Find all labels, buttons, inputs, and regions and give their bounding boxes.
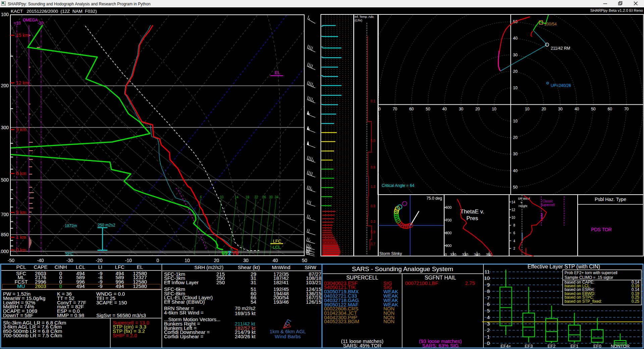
svg-text:1000: 1000 xyxy=(0,249,9,254)
svg-text:10: 10 xyxy=(513,86,518,90)
svg-text:12 km: 12 km xyxy=(16,80,29,86)
svg-text:Eff Inflow Layer: Eff Inflow Layer xyxy=(164,280,199,285)
svg-text:LCL: LCL xyxy=(273,245,281,250)
svg-text:40: 40 xyxy=(513,36,518,41)
svg-text:100: 100 xyxy=(1,12,9,17)
svg-text:SARS: 45% TOR: SARS: 45% TOR xyxy=(343,343,382,348)
svg-text:31: 31 xyxy=(251,280,256,285)
svg-text:10: 10 xyxy=(525,107,530,111)
svg-text:-10: -10 xyxy=(125,258,132,263)
svg-text:Shear (kt): Shear (kt) xyxy=(238,264,260,270)
svg-text:0.9: 0.9 xyxy=(371,165,375,169)
svg-text:12: 12 xyxy=(512,208,516,212)
svg-text:60: 60 xyxy=(608,107,612,111)
svg-text:1 km: 1 km xyxy=(16,235,26,240)
svg-text:-10: -10 xyxy=(38,21,44,26)
svg-text:200: 200 xyxy=(1,83,9,88)
svg-text:0.9: 0.9 xyxy=(371,204,375,208)
svg-text:-30: -30 xyxy=(66,258,73,263)
svg-text:18: 18 xyxy=(246,195,250,199)
svg-text:10: 10 xyxy=(512,216,516,219)
svg-text:20: 20 xyxy=(475,107,480,111)
svg-text:2: 2 xyxy=(228,250,231,256)
svg-text:OMEGA: OMEGA xyxy=(23,18,38,22)
svg-text:11: 11 xyxy=(484,269,490,275)
svg-text:14: 14 xyxy=(512,200,516,204)
svg-text:50: 50 xyxy=(426,107,430,111)
svg-text:5.9: 5.9 xyxy=(371,230,375,234)
svg-text:SigSvr = 56580 m3/s3: SigSvr = 56580 m3/s3 xyxy=(96,312,146,318)
svg-text:SRH (m2/s2): SRH (m2/s2) xyxy=(194,264,223,270)
svg-text:LFC: LFC xyxy=(273,239,281,244)
svg-text:250: 250 xyxy=(216,280,225,285)
svg-text:30: 30 xyxy=(513,152,518,156)
svg-text:80: 80 xyxy=(376,107,381,111)
svg-text:SGFNT HAIL: SGFNT HAIL xyxy=(425,275,456,281)
svg-text:40: 40 xyxy=(575,107,579,111)
svg-text:8: 8 xyxy=(487,288,490,294)
svg-text:69: 69 xyxy=(222,250,228,256)
svg-text:0: 0 xyxy=(487,340,490,346)
svg-text:70: 70 xyxy=(393,107,397,111)
svg-text:00072100.LBF: 00072100.LBF xyxy=(405,280,438,286)
svg-text:1: 1 xyxy=(487,334,490,340)
svg-text:PCL: PCL xyxy=(16,264,26,270)
svg-text:60: 60 xyxy=(409,107,414,111)
svg-text:240/26 kt: 240/26 kt xyxy=(235,334,256,339)
svg-text:500: 500 xyxy=(1,177,9,183)
svg-text:Prob EF2+ torn with supercell: Prob EF2+ torn with supercell xyxy=(565,270,618,275)
svg-text:20: 20 xyxy=(541,107,546,111)
svg-text:7: 7 xyxy=(487,295,490,301)
svg-text:4: 4 xyxy=(487,314,490,320)
svg-text:0.25: 0.25 xyxy=(632,299,640,304)
svg-text:5: 5 xyxy=(487,308,490,313)
svg-text:10: 10 xyxy=(220,195,224,199)
svg-text:10: 10 xyxy=(513,119,518,123)
svg-text:SHIP = 2.0: SHIP = 2.0 xyxy=(113,333,137,338)
svg-text:SARS: 63% SIG: SARS: 63% SIG xyxy=(422,343,459,348)
svg-text:based on STP_fixed:: based on STP_fixed: xyxy=(565,299,602,304)
svg-text:0.1: 0.1 xyxy=(371,99,375,103)
svg-text:211/42 RM: 211/42 RM xyxy=(551,46,570,51)
svg-text:Eff Shear (EBWD): Eff Shear (EBWD) xyxy=(164,299,205,305)
svg-text:LCL: LCL xyxy=(76,264,85,270)
svg-text:2: 2 xyxy=(487,327,490,333)
svg-text:SRW: SRW xyxy=(305,264,317,270)
svg-text:MMP = 0.98: MMP = 0.98 xyxy=(57,312,84,318)
svg-text:SARS - Sounding Analogue Syste: SARS - Sounding Analogue System xyxy=(352,265,453,272)
svg-text:75.0 deg: 75.0 deg xyxy=(426,196,442,201)
svg-text:14: 14 xyxy=(234,195,238,199)
svg-text:126/15: 126/15 xyxy=(306,299,321,305)
svg-text:ThetaE v.: ThetaE v. xyxy=(460,208,484,215)
svg-text:9: 9 xyxy=(487,282,490,288)
svg-text:Corfidi Upshear =: Corfidi Upshear = xyxy=(164,334,203,339)
svg-text:SHARPpy Beta v1.2.0 El Reno: SHARPpy Beta v1.2.0 El Reno xyxy=(590,8,643,12)
svg-text:EF4+: EF4+ xyxy=(500,344,511,349)
svg-text:6: 6 xyxy=(487,301,490,307)
svg-text:Inf. Temp. Adv.: Inf. Temp. Adv. xyxy=(355,15,374,18)
svg-text:Storm Slinky: Storm Slinky xyxy=(379,251,402,256)
svg-text:50: 50 xyxy=(302,258,307,263)
svg-text:40: 40 xyxy=(273,258,278,263)
svg-text:Wind Barbs: Wind Barbs xyxy=(275,334,301,339)
svg-text:CINH: CINH xyxy=(55,264,67,270)
svg-text:54: 54 xyxy=(251,299,256,305)
svg-text:20: 20 xyxy=(214,258,219,263)
svg-text:40: 40 xyxy=(442,107,447,111)
svg-text:34: 34 xyxy=(275,195,279,199)
svg-text:LI: LI xyxy=(98,264,103,270)
svg-text:20: 20 xyxy=(513,69,518,74)
svg-text:9 km: 9 km xyxy=(16,127,26,132)
svg-text:PDS TOR: PDS TOR xyxy=(591,227,612,232)
svg-text:10: 10 xyxy=(184,258,190,263)
svg-text:NONTOR: NONTOR xyxy=(611,344,630,349)
svg-text:Effective Layer STP (with CIN): Effective Layer STP (with CIN) xyxy=(528,264,600,269)
svg-text:NON: NON xyxy=(383,318,394,324)
svg-text:300: 300 xyxy=(1,125,9,130)
svg-text:70: 70 xyxy=(624,107,629,111)
svg-text:50: 50 xyxy=(591,107,596,111)
svg-text:UP=240/26: UP=240/26 xyxy=(551,83,571,88)
svg-text:4-6km SR Wind =: 4-6km SR Wind = xyxy=(164,310,204,315)
svg-text:15 km: 15 km xyxy=(16,33,29,38)
svg-text:3.7: 3.7 xyxy=(371,242,375,246)
